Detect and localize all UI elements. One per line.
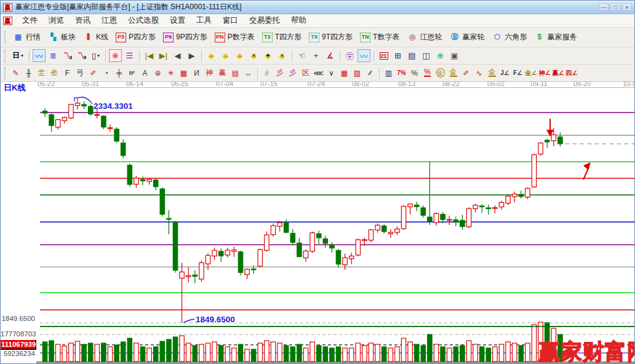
draw-tool-fan-boxed[interactable]: 彡 xyxy=(287,66,299,79)
draw-tool-gann-circle[interactable]: ⊕ xyxy=(152,66,164,79)
wave-3-button[interactable]: 〽3 xyxy=(61,49,74,62)
go-last-button[interactable]: ▶| xyxy=(157,49,170,62)
draw-tool-gold-circle[interactable]: 金 xyxy=(434,66,447,79)
calendar-button[interactable]: 21 xyxy=(377,49,390,62)
draw-tool-gold-angle[interactable]: 金∠ xyxy=(525,66,538,79)
draw-tool-gold-lines[interactable]: 金 xyxy=(447,66,460,79)
menu-item-help[interactable]: 帮助 xyxy=(286,14,312,27)
draw-tool-frame-tool[interactable]: # xyxy=(261,66,273,79)
draw-tool-span-arrow[interactable]: ↔ xyxy=(242,66,255,79)
draw-tool-n-mark[interactable]: И xyxy=(191,66,203,79)
draw-tool-seven-percent[interactable]: 7% xyxy=(396,66,408,79)
minimize-button[interactable]: — xyxy=(599,3,609,11)
draw-tool-j-angle[interactable]: J∠ xyxy=(499,66,511,79)
compress-diagonal-button[interactable]: ◆✕ xyxy=(247,49,260,62)
menu-item-browse[interactable]: 浏览 xyxy=(43,14,70,27)
draw-tool-n-square[interactable]: n² xyxy=(126,66,138,79)
menu-item-formula-stock-pick[interactable]: 公式选股 xyxy=(122,14,164,27)
menu-item-settings[interactable]: 设置 xyxy=(164,14,191,27)
draw-tool-si-angle[interactable]: 四∠ xyxy=(565,66,578,79)
compress-left-button[interactable]: ◆← xyxy=(205,49,218,62)
toolbar-item-hexagon[interactable]: ⬡六角形 xyxy=(488,30,530,44)
draw-tool-box-fan[interactable]: 区 xyxy=(300,66,312,79)
go-first-button[interactable]: |◀ xyxy=(143,49,156,62)
toolbar-item-p-square[interactable]: P3P四方形 xyxy=(112,30,159,44)
quote-report-button[interactable]: ≣ xyxy=(47,49,60,62)
toolbar-item-kline[interactable]: ⫼K线 xyxy=(79,30,112,44)
draw-tool-ying-angle[interactable]: 赢∠ xyxy=(551,66,564,79)
maximize-button[interactable]: □ xyxy=(610,3,620,11)
period-selector[interactable]: 日▾ xyxy=(10,49,26,62)
save-button[interactable]: ◫ xyxy=(420,49,433,62)
draw-tool-gold-tool-1[interactable]: 圭 xyxy=(36,66,48,79)
draw-tool-percent-lines[interactable]: % xyxy=(421,66,434,79)
toolbar-item-winner-service[interactable]: $赢家服务 xyxy=(530,30,580,44)
candle-style-button[interactable]: ▯▾ xyxy=(89,49,102,62)
toolbar-grip[interactable] xyxy=(4,50,7,62)
draw-tool-fan-red[interactable]: 彡 xyxy=(274,66,286,79)
draw-tool-dense-grid[interactable]: ▦ xyxy=(338,66,351,79)
network-button[interactable]: ⊕ xyxy=(434,49,447,62)
menu-item-trade-order[interactable]: 交易委托 xyxy=(244,14,286,27)
draw-tool-shen-angle[interactable]: 神∠ xyxy=(538,66,551,79)
calculator-button[interactable]: ⊞ xyxy=(391,49,404,62)
wave-9-button[interactable]: 〽9 xyxy=(75,49,88,62)
draw-tool-red-grid[interactable]: ▦ xyxy=(178,66,190,79)
draw-tool-time-cycle[interactable]: ◔ xyxy=(100,66,113,79)
toolbar-item-p-digit-table[interactable]: PNP数字表 xyxy=(211,30,258,44)
toolbar-grip[interactable] xyxy=(4,67,7,79)
report-pad-button[interactable]: ▤ xyxy=(405,49,418,62)
workstation-button[interactable]: ▣ xyxy=(448,49,461,62)
toolbar-item-9t-square[interactable]: T99T四方形 xyxy=(305,30,356,44)
draw-tool-angle-a[interactable]: A xyxy=(139,66,151,79)
compress-right-button[interactable]: ◆→ xyxy=(219,49,232,62)
pan-hand-button[interactable]: ☜ xyxy=(295,49,308,62)
draw-tool-grid-123[interactable]: ▤ xyxy=(230,66,242,79)
pattern-tool-button[interactable]: ※ xyxy=(109,49,122,62)
menu-item-tools[interactable]: 工具 xyxy=(191,14,217,27)
menu-item-gann[interactable]: 江恩 xyxy=(96,14,122,27)
draw-tool-spiral[interactable]: 弓 xyxy=(74,66,87,79)
compress-horizontal-button[interactable]: ◆↔ xyxy=(233,49,246,62)
toolbar-item-quotes[interactable]: ▦行情 xyxy=(9,30,44,44)
menu-item-window[interactable]: 窗口 xyxy=(217,14,244,27)
draw-tool-f-angle[interactable]: F∠ xyxy=(512,66,524,79)
close-button[interactable]: × xyxy=(622,3,632,11)
draw-tool-f-comb[interactable]: F xyxy=(62,66,74,79)
draw-tool-wave-overlay[interactable]: ∿ xyxy=(473,66,485,79)
draw-tool-star-grid[interactable]: ✳ xyxy=(165,66,177,79)
draw-tool-pen-bars[interactable]: ✐ xyxy=(460,66,473,79)
draw-tool-ying-tool[interactable]: 赢 xyxy=(217,66,229,79)
draw-tool-gann-comb[interactable]: ╫ xyxy=(23,66,35,79)
draw-tool-percent[interactable]: % xyxy=(409,66,421,79)
restore-scale-button[interactable]: ◆✳ xyxy=(276,49,289,62)
draw-tool-red-pen-2[interactable]: ✐ xyxy=(87,66,100,79)
volume-profile-button[interactable]: ☰ xyxy=(123,49,136,62)
crosshair-button[interactable]: + xyxy=(310,49,322,62)
next-bar-button[interactable]: ▶ xyxy=(185,49,198,62)
draw-tool-gold-tool-2[interactable]: 垒 xyxy=(49,66,61,79)
toolbar-grip[interactable] xyxy=(4,31,7,44)
draw-tool-fan-black[interactable]: ⋘ xyxy=(313,66,325,79)
draw-tool-red-pen[interactable]: ✎ xyxy=(10,66,22,79)
menu-item-news[interactable]: 资讯 xyxy=(70,14,96,27)
toolbar-item-t-square[interactable]: T3T四方形 xyxy=(258,30,305,44)
trend-line-tool-button[interactable]: 〰 xyxy=(33,49,46,62)
angle-pointer-button[interactable]: ∡ xyxy=(324,49,337,62)
toolbar-item-winner-wheel[interactable]: Ⓑ赢家轮 xyxy=(445,30,488,44)
toolbar-item-9p-square[interactable]: P99P四方形 xyxy=(159,30,211,44)
prev-bar-button[interactable]: ◀ xyxy=(171,49,184,62)
menu-item-file[interactable]: 文件 xyxy=(17,14,43,27)
draw-tool-v-notch[interactable]: ∨ xyxy=(325,66,338,79)
draw-tool-comb-2[interactable]: ╪ xyxy=(113,66,126,79)
kline-chart[interactable]: 05-2205-3106-1406-2507-0407-1507-2408-02… xyxy=(1,82,635,364)
draw-tool-parallel-lines[interactable]: ∕∕ xyxy=(364,66,377,79)
wave-tool-button[interactable]: 〰 xyxy=(357,49,370,62)
draw-tool-shen-tool[interactable]: 神 xyxy=(204,66,216,79)
draw-tool-gold-under[interactable]: 金 xyxy=(486,66,498,79)
draw-tool-bar-stat[interactable]: ▥ xyxy=(383,66,395,79)
draw-tool-grid-arrow[interactable]: ▨ xyxy=(351,66,364,79)
toolbar-item-sectors[interactable]: ▚板块 xyxy=(44,30,79,44)
compress-all-button[interactable]: ◆✚ xyxy=(262,49,274,62)
balance-tool-button[interactable]: 〶 xyxy=(343,49,356,62)
